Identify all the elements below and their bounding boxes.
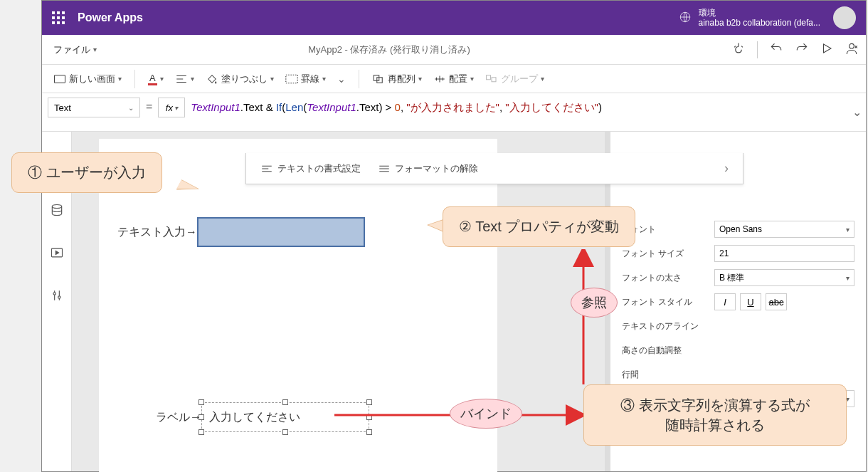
app-checker-icon[interactable] (731, 41, 746, 58)
new-screen-button[interactable]: 新しい画面 ▾ (49, 70, 126, 88)
annotation-3: ③ 表示文字列を演算する式が随時計算される (583, 384, 847, 446)
title-bar: Power Apps 環境 ainaba b2b collaboration (… (42, 1, 866, 35)
font-color-icon: A (148, 73, 157, 85)
italic-button[interactable]: I (714, 293, 736, 310)
environment-picker[interactable]: 環境 ainaba b2b collaboration (defa... (679, 8, 820, 28)
group-button: グループ ▾ (481, 70, 549, 88)
environment-label: 環境 (699, 8, 820, 18)
font-select[interactable]: Open Sans▾ (714, 221, 854, 238)
text-input-label: テキスト入力→ (117, 225, 197, 240)
svg-point-1 (850, 43, 854, 48)
prop-line-height: 行間 (610, 362, 866, 387)
property-selector[interactable]: Text ⌄ (48, 98, 140, 117)
prop-font: フォント Open Sans▾ (610, 217, 866, 241)
formula-input[interactable]: TextInput1.Text & If(Len(TextInput1.Text… (191, 93, 847, 131)
resize-handle[interactable] (282, 429, 288, 435)
svg-rect-3 (285, 75, 297, 83)
chevron-down-icon: ▾ (418, 75, 422, 83)
home-toolbar: 新しい画面 ▾ A ▾ ▾ 塗りつぶし ▾ 罫線 ▾ ⌄ 再配列 ▾ (42, 65, 866, 93)
fx-button[interactable]: fx▾ (158, 98, 185, 117)
environment-name: ainaba b2b collaboration (defa... (699, 18, 820, 28)
close-icon[interactable]: › (724, 161, 729, 176)
group-label: グループ (501, 73, 538, 85)
svg-rect-5 (376, 77, 382, 83)
prop-font-style: フォント スタイル I U abc (610, 290, 866, 314)
border-button[interactable]: 罫線 ▾ (281, 70, 330, 88)
expand-formula-button[interactable]: ⌄ (847, 93, 866, 131)
resize-handle[interactable] (282, 399, 288, 405)
svg-rect-6 (486, 75, 490, 79)
chevron-down-icon: ▾ (93, 46, 97, 53)
svg-rect-2 (55, 75, 65, 83)
annotation-ref: 参照 (571, 288, 618, 318)
position-button[interactable]: 配置 ▾ (429, 70, 478, 88)
chevron-down-icon: ▾ (160, 75, 164, 83)
svg-point-10 (53, 293, 55, 295)
chevron-down-icon: ▾ (118, 75, 122, 83)
prop-font-size: フォント サイズ 21 (610, 241, 866, 266)
chevron-down-icon: ▾ (191, 75, 194, 83)
underline-button[interactable]: U (740, 293, 761, 310)
chevron-down-icon: ⌄ (337, 73, 346, 85)
fill-button[interactable]: 塗りつぶし ▾ (201, 70, 278, 88)
svg-point-11 (58, 296, 60, 298)
equals-sign: = (146, 100, 152, 113)
border-label: 罫線 (301, 73, 319, 85)
chevron-down-icon: ▾ (322, 75, 326, 83)
resize-handle[interactable] (199, 414, 204, 420)
chevron-down-icon: ▾ (846, 226, 850, 234)
fill-label: 塗りつぶし (221, 73, 268, 85)
file-menu[interactable]: ファイル ▾ (49, 41, 101, 59)
formula-bar: Text ⌄ = fx▾ TextInput1.Text & If(Len(Te… (42, 93, 866, 132)
chevron-down-icon: ⌄ (128, 104, 134, 112)
font-size-input[interactable]: 21 (714, 245, 854, 262)
prop-font-weight: フォントの太さ B 標準▾ (610, 266, 866, 290)
text-input-control[interactable] (197, 217, 365, 247)
globe-icon (679, 11, 692, 26)
annotation-2: ② Text プロパティが変動 (443, 206, 635, 247)
reorder-button[interactable]: 再配列 ▾ (368, 70, 426, 88)
annotation-bind: バインド (450, 399, 522, 429)
command-bar: ファイル ▾ MyApp2 - 保存済み (発行取り消し済み) (42, 35, 866, 65)
resize-handle[interactable] (366, 429, 372, 435)
more-format-button[interactable]: ⌄ (333, 70, 350, 88)
label-control-text: 入力してください (209, 410, 300, 425)
file-menu-label: ファイル (53, 43, 90, 56)
format-text-button[interactable]: テキストの書式設定 (260, 162, 361, 175)
arrow-icon (569, 249, 598, 392)
strike-button[interactable]: abc (766, 293, 787, 310)
resize-handle[interactable] (199, 399, 204, 405)
settings-icon[interactable] (50, 288, 64, 305)
align-button[interactable]: ▾ (171, 71, 199, 87)
redo-button[interactable] (795, 41, 809, 58)
prop-auto-height: 高さの自動調整 (610, 338, 866, 362)
prop-text-align: テキストのアライン (610, 314, 866, 338)
share-button[interactable] (845, 41, 859, 58)
document-status: MyApp2 - 保存済み (発行取り消し済み) (308, 43, 470, 56)
chevron-down-icon: ▾ (270, 75, 274, 83)
chevron-down-icon: ▾ (174, 104, 178, 112)
annotation-1: ① ユーザーが入力 (11, 152, 162, 193)
svg-rect-7 (492, 77, 496, 81)
position-label: 配置 (449, 73, 467, 85)
user-avatar[interactable] (833, 6, 856, 29)
label-control-caption: ラベル→ (156, 410, 201, 425)
svg-rect-4 (374, 75, 379, 80)
remove-format-button[interactable]: フォーマットの解除 (378, 162, 478, 175)
chevron-down-icon: ▾ (541, 75, 544, 83)
resize-handle[interactable] (199, 429, 204, 435)
reorder-label: 再配列 (388, 73, 416, 85)
font-color-button[interactable]: A ▾ (144, 70, 168, 88)
chevron-down-icon: ▾ (846, 274, 850, 282)
chevron-down-icon: ▾ (470, 75, 474, 83)
data-icon[interactable] (50, 203, 64, 220)
font-weight-select[interactable]: B 標準▾ (714, 269, 854, 286)
svg-point-8 (52, 205, 61, 209)
media-icon[interactable] (50, 246, 64, 263)
play-button[interactable] (820, 42, 833, 57)
undo-button[interactable] (769, 41, 783, 58)
app-launcher-icon[interactable] (52, 11, 65, 24)
product-name: Power Apps (78, 11, 143, 24)
property-selector-value: Text (54, 103, 71, 113)
new-screen-label: 新しい画面 (69, 73, 115, 85)
